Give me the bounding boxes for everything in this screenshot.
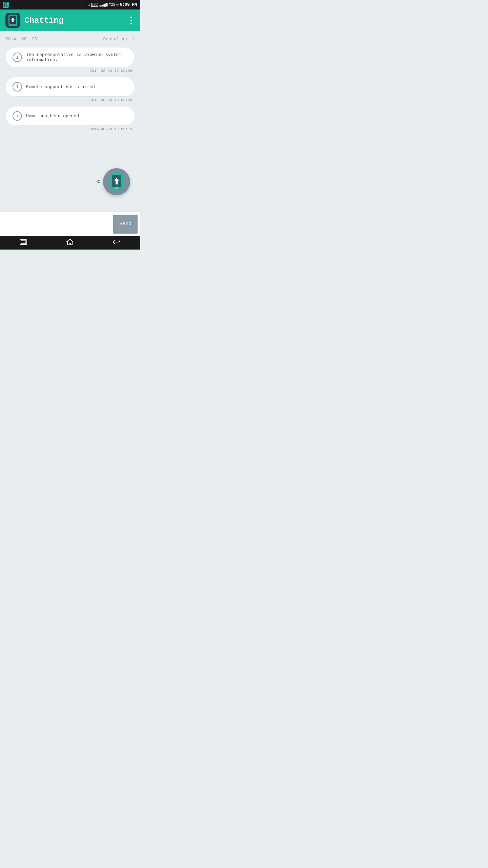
menu-dot-3 bbox=[130, 23, 132, 24]
message-timestamp-3: 2014-08-20 18:09:10 bbox=[5, 127, 135, 131]
svg-rect-10 bbox=[21, 241, 26, 243]
chat-date: 2014. 08. 20. bbox=[5, 37, 40, 42]
header-menu-button[interactable] bbox=[128, 14, 135, 27]
header-left: Chatting bbox=[5, 13, 63, 28]
nav-recent-icon[interactable] bbox=[20, 239, 27, 246]
svg-rect-1 bbox=[5, 3, 7, 6]
message-bubble-3: i Home has been opened. bbox=[5, 106, 135, 126]
nav-home-icon[interactable] bbox=[66, 239, 74, 247]
header-app-icon bbox=[5, 13, 20, 28]
consultant-label: Consultant : bbox=[103, 37, 135, 42]
message-container-2: i Remote support has started. 2014-08-20… bbox=[5, 77, 135, 102]
nav-back-icon[interactable] bbox=[113, 239, 121, 246]
svg-rect-8 bbox=[115, 188, 118, 189]
floating-button-container: < bbox=[96, 168, 130, 195]
signal-icon: ▂▄▆█ bbox=[99, 3, 107, 7]
nav-bar bbox=[0, 236, 140, 250]
tablet-icon: ▯ bbox=[84, 3, 86, 7]
input-area: Send bbox=[0, 212, 140, 236]
clock-icon: ◷ bbox=[88, 3, 90, 7]
status-bar-left bbox=[3, 0, 10, 9]
message-bubble-2: i Remote support has started. bbox=[5, 77, 135, 97]
info-icon-3: i bbox=[13, 111, 22, 121]
battery-icon: ▭ bbox=[117, 3, 119, 7]
status-app-icon bbox=[3, 2, 9, 8]
message-timestamp-2: 2014-08-20 18:09:06 bbox=[5, 98, 135, 102]
battery-percent: 72% bbox=[109, 3, 115, 7]
message-input[interactable] bbox=[5, 215, 110, 233]
send-button[interactable]: Send bbox=[113, 215, 138, 234]
status-bar-right: ▯ ◷ LTE ▂▄▆█ 72% ▭ 6:09 PM bbox=[84, 2, 137, 7]
floating-action-button[interactable] bbox=[103, 168, 130, 195]
svg-rect-5 bbox=[12, 24, 14, 24]
chevron-left-icon: < bbox=[96, 178, 100, 186]
message-text-1: The representative is viewing system inf… bbox=[26, 52, 128, 62]
info-icon-1: i bbox=[13, 53, 22, 62]
message-container-1: i The representative is viewing system i… bbox=[5, 47, 135, 73]
menu-dot-2 bbox=[130, 20, 132, 21]
menu-dot-1 bbox=[130, 17, 132, 18]
status-time: 6:09 PM bbox=[120, 2, 137, 7]
info-icon-2: i bbox=[13, 82, 22, 92]
message-text-3: Home has been opened. bbox=[26, 114, 82, 119]
message-text-2: Remote support has started. bbox=[26, 84, 98, 90]
header-title: Chatting bbox=[24, 16, 63, 25]
svg-point-2 bbox=[5, 6, 6, 7]
message-bubble-1: i The representative is viewing system i… bbox=[5, 47, 135, 67]
header: Chatting bbox=[0, 9, 140, 31]
message-container-3: i Home has been opened. 2014-08-20 18:09… bbox=[5, 106, 135, 131]
message-timestamp-1: 2014-08-20 18:09:06 bbox=[5, 69, 135, 73]
date-row: 2014. 08. 20. Consultant : bbox=[5, 37, 135, 42]
lte-icon: LTE bbox=[91, 3, 98, 7]
status-bar: ▯ ◷ LTE ▂▄▆█ 72% ▭ 6:09 PM bbox=[0, 0, 140, 9]
